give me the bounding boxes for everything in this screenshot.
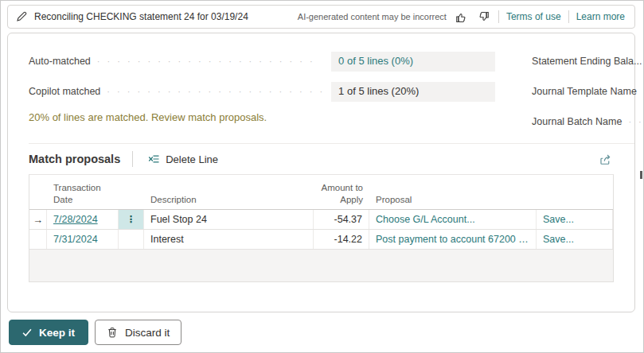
copilot-title-bar: Reconciling CHECKING statement 24 for 03… <box>7 5 635 29</box>
pencil-icon <box>16 11 27 22</box>
learn-more-link[interactable]: Learn more <box>576 11 625 22</box>
journal-batch-field: Journal Batch Name DEFAULT <box>532 111 644 132</box>
proposal-link[interactable]: Post payment to account 67200 (I... <box>376 234 529 245</box>
table-empty-area <box>29 250 613 281</box>
save-cell[interactable]: Save... <box>537 210 613 229</box>
page-title: Reconciling CHECKING statement 24 for 03… <box>34 11 248 22</box>
row-selector-cell[interactable] <box>29 230 47 249</box>
thumbs-up-icon[interactable] <box>454 10 469 25</box>
delete-line-button[interactable]: Delete Line <box>145 152 221 167</box>
match-proposals-table: Transaction Date Description Amount to A… <box>29 174 614 282</box>
transaction-date-link[interactable]: 7/28/2024 <box>53 214 98 225</box>
discard-it-label: Discard it <box>125 327 170 339</box>
proposal-cell[interactable]: Choose G/L Account... <box>369 210 537 229</box>
proposal-link[interactable]: Choose G/L Account... <box>376 214 475 225</box>
terms-of-use-link[interactable]: Terms of use <box>506 11 561 22</box>
dotted-leader <box>97 56 325 67</box>
divider <box>568 10 569 23</box>
transaction-date-cell[interactable]: 7/28/2024 <box>47 210 119 229</box>
auto-matched-field: Auto-matched 0 of 5 lines (0%) <box>29 51 495 72</box>
copilot-matched-label: Copilot matched <box>29 86 100 97</box>
description-cell[interactable]: Interest <box>144 230 314 249</box>
description-cell[interactable]: Fuel Stop 24 <box>144 210 314 229</box>
description-header: Description <box>144 194 314 205</box>
trash-icon <box>107 327 118 338</box>
journal-template-label: Journal Template Name <box>532 86 637 97</box>
copilot-matched-value: 1 of 5 lines (20%) <box>331 82 495 102</box>
amount-cell[interactable]: -54.37 <box>314 210 369 229</box>
row-selector-cell[interactable]: → <box>29 210 47 229</box>
table-header-row: Transaction Date Description Amount to A… <box>29 175 613 210</box>
auto-matched-label: Auto-matched <box>29 56 91 67</box>
delete-line-label: Delete Line <box>166 153 218 165</box>
keep-it-button[interactable]: Keep it <box>9 320 88 345</box>
match-warning-text: 20% of lines are matched. Review match p… <box>29 111 495 123</box>
journal-batch-label: Journal Batch Name <box>532 116 622 127</box>
divider <box>498 10 499 23</box>
thumbs-down-icon[interactable] <box>476 10 491 25</box>
keep-it-label: Keep it <box>39 327 75 339</box>
save-link[interactable]: Save... <box>543 214 574 225</box>
proposal-cell[interactable]: Post payment to account 67200 (I... <box>369 230 537 249</box>
dotted-leader <box>628 117 644 127</box>
delete-line-icon <box>148 153 160 165</box>
row-options-cell[interactable]: ⋮ <box>119 210 144 229</box>
proposal-header: Proposal <box>369 194 537 205</box>
transaction-date-cell[interactable]: 7/31/2024 <box>47 230 119 249</box>
dotted-leader <box>107 87 325 97</box>
journal-template-field: Journal Template Name GENERAL <box>532 81 644 102</box>
statement-ending-balance-field: Statement Ending Bala... <box>532 51 644 72</box>
checkmark-icon <box>22 328 32 337</box>
match-proposals-title: Match proposals <box>29 153 120 165</box>
statement-ending-balance-label: Statement Ending Bala... <box>532 56 642 67</box>
transaction-date-header: Transaction Date <box>47 182 119 205</box>
row-options-icon[interactable]: ⋮ <box>127 215 136 224</box>
discard-it-button[interactable]: Discard it <box>95 320 181 345</box>
transaction-date-link[interactable]: 7/31/2024 <box>53 234 98 245</box>
current-row-arrow: → <box>33 214 43 226</box>
scrollbar-thumb[interactable] <box>640 171 642 179</box>
row-options-cell[interactable] <box>119 230 144 249</box>
reconciliation-card: Auto-matched 0 of 5 lines (0%) Copilot m… <box>7 33 635 312</box>
table-row[interactable]: 7/31/2024 Interest -14.22 Post payment t… <box>29 230 613 250</box>
table-row[interactable]: → 7/28/2024 ⋮ Fuel Stop 24 -54.37 Choose… <box>29 210 613 230</box>
amount-to-apply-header: Amount to Apply <box>314 182 369 205</box>
copilot-matched-field: Copilot matched 1 of 5 lines (20%) <box>29 81 495 102</box>
divider <box>132 151 133 167</box>
ai-disclaimer: AI-generated content may be incorrect <box>298 12 447 21</box>
save-cell[interactable]: Save... <box>537 230 613 249</box>
save-link[interactable]: Save... <box>543 234 574 245</box>
amount-cell[interactable]: -14.22 <box>314 230 369 249</box>
table-body: → 7/28/2024 ⋮ Fuel Stop 24 -54.37 Choose… <box>29 210 613 250</box>
share-icon[interactable] <box>597 151 614 167</box>
auto-matched-value: 0 of 5 lines (0%) <box>331 52 495 72</box>
